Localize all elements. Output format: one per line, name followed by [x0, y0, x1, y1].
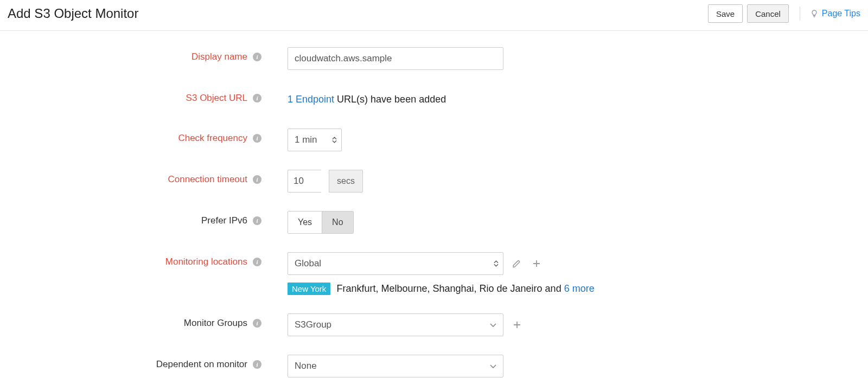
label-timeout: Connection timeout i [0, 170, 267, 185]
groups-value: S3Group [295, 319, 331, 330]
info-icon[interactable]: i [253, 94, 261, 102]
lightbulb-icon [810, 9, 819, 18]
info-icon[interactable]: i [253, 134, 261, 143]
updown-icon [332, 137, 337, 143]
timeout-unit: secs [329, 170, 363, 193]
page-tips-label: Page Tips [822, 9, 860, 18]
label-s3-url: S3 Object URL i [0, 88, 267, 104]
ipv6-toggle: Yes No [288, 211, 354, 234]
label-dependent: Dependent on monitor i [0, 355, 267, 370]
label-groups: Monitor Groups i [0, 313, 267, 329]
row-timeout: Connection timeout i secs [0, 170, 868, 193]
row-groups: Monitor Groups i S3Group [0, 313, 868, 336]
frequency-value: 1 min [295, 134, 317, 145]
row-display-name: Display name i [0, 47, 868, 70]
locations-value: Global [295, 258, 321, 269]
dependent-value: None [295, 361, 317, 371]
locations-select[interactable]: Global [288, 252, 503, 275]
display-name-input[interactable] [288, 47, 503, 70]
locations-summary: New York Frankfurt, Melbourne, Shanghai,… [288, 283, 595, 295]
s3-url-suffix: URL(s) have been added [334, 94, 446, 105]
label-locations: Monitoring locations i [0, 252, 267, 267]
label-display-name: Display name i [0, 47, 267, 62]
page-tips-link[interactable]: Page Tips [810, 9, 860, 18]
frequency-select[interactable]: 1 min [288, 129, 342, 151]
cancel-button[interactable]: Cancel [747, 4, 789, 23]
updown-icon [494, 260, 499, 267]
location-tag-primary: New York [288, 283, 330, 295]
monitor-form: Display name i S3 Object URL i 1 Endpoin… [0, 31, 868, 378]
row-frequency: Check frequency i 1 min [0, 129, 868, 151]
info-icon[interactable]: i [253, 175, 261, 184]
row-dependent: Dependent on monitor i None [0, 355, 868, 377]
timeout-input[interactable] [288, 170, 321, 193]
dependent-select[interactable]: None [288, 355, 503, 377]
info-icon[interactable]: i [253, 53, 261, 61]
save-button[interactable]: Save [708, 4, 743, 23]
caret-down-icon [490, 361, 496, 371]
groups-select[interactable]: S3Group [288, 313, 503, 336]
row-s3-url: S3 Object URL i 1 Endpoint URL(s) have b… [0, 88, 868, 110]
endpoint-count-link[interactable]: 1 Endpoint [288, 94, 334, 105]
row-locations: Monitoring locations i Global [0, 252, 868, 295]
info-icon[interactable]: i [253, 360, 261, 369]
locations-more-link[interactable]: 6 more [564, 283, 595, 294]
add-locations-button[interactable] [531, 258, 542, 270]
page-header: Add S3 Object Monitor Save Cancel Page T… [0, 0, 868, 31]
info-icon[interactable]: i [253, 216, 261, 225]
edit-locations-button[interactable] [511, 258, 523, 270]
ipv6-no[interactable]: No [322, 212, 353, 233]
info-icon[interactable]: i [253, 258, 261, 266]
row-ipv6: Prefer IPv6 i Yes No [0, 211, 868, 234]
ipv6-yes[interactable]: Yes [288, 212, 322, 233]
label-ipv6: Prefer IPv6 i [0, 211, 267, 226]
info-icon[interactable]: i [253, 319, 261, 328]
locations-others: Frankfurt, Melbourne, Shanghai, Rio de J… [336, 283, 564, 294]
s3-url-summary: 1 Endpoint URL(s) have been added [288, 88, 446, 110]
divider [800, 7, 800, 21]
header-actions: Save Cancel Page Tips [708, 4, 860, 23]
label-frequency: Check frequency i [0, 129, 267, 144]
caret-down-icon [490, 319, 496, 330]
add-group-button[interactable] [511, 319, 523, 331]
page-title: Add S3 Object Monitor [8, 6, 708, 21]
